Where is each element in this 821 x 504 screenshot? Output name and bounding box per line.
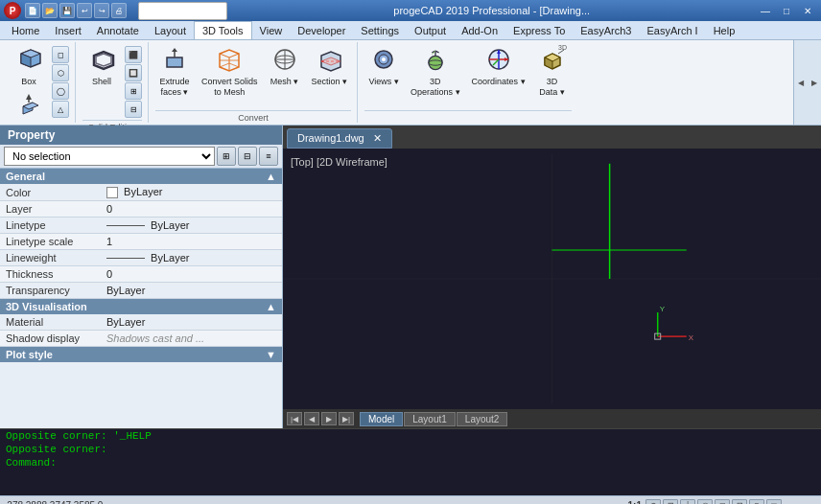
drawing-title-tab[interactable]: Drawing1.dwg ✕ — [287, 128, 392, 149]
menu-help[interactable]: Help — [706, 21, 743, 39]
close-button[interactable]: ✕ — [798, 3, 817, 18]
status-icons: ⊕ ⊞ ┼ ◎ ◻ ⊡ ≡ □ — [645, 499, 817, 505]
section-button[interactable]: Section ▾ — [308, 42, 352, 89]
mesh-button[interactable]: Mesh ▾ — [266, 42, 304, 89]
polar-icon[interactable]: ◎ — [697, 499, 713, 505]
menu-layout[interactable]: Layout — [147, 21, 194, 39]
grid-icon[interactable]: ⊞ — [663, 499, 678, 505]
osnap-icon[interactable]: ◻ — [715, 499, 730, 505]
solid-small-2[interactable]: 🔲 — [125, 64, 142, 81]
linetype-scale-value[interactable]: 1 — [101, 234, 282, 250]
small-icon-2[interactable]: ⬡ — [52, 64, 69, 81]
transparency-value[interactable]: ByLayer — [101, 283, 282, 299]
solid-side-icons: ⬛ 🔲 ⊞ ⊟ — [125, 46, 142, 118]
layer-value[interactable]: 0 — [101, 201, 282, 218]
menu-easyarch3[interactable]: EasyArch3 — [573, 21, 639, 39]
property-icon-btn-3[interactable]: ≡ — [259, 147, 278, 166]
menu-settings[interactable]: Settings — [353, 21, 407, 39]
open-icon[interactable]: 📂 — [42, 3, 58, 18]
linetype-value[interactable]: ByLayer — [101, 218, 282, 234]
property-icon-btn-1[interactable]: ⊞ — [217, 147, 236, 166]
small-icon-3[interactable]: ◯ — [52, 82, 69, 100]
new-icon[interactable]: 📄 — [25, 3, 40, 18]
small-icon-4[interactable]: △ — [52, 101, 69, 118]
nav-rewind-btn[interactable]: ◀ — [304, 412, 319, 425]
nav-end-btn[interactable]: ▶| — [339, 412, 354, 425]
print-icon[interactable]: 🖨 — [111, 3, 127, 18]
view-ops-label — [364, 110, 572, 123]
solid-small-4[interactable]: ⊟ — [125, 101, 142, 118]
material-value[interactable]: ByLayer — [101, 314, 282, 331]
ortho-icon[interactable]: ┼ — [680, 499, 695, 505]
layout1-tab[interactable]: Layout1 — [404, 412, 456, 426]
section-icon — [314, 44, 344, 75]
menu-output[interactable]: Output — [407, 21, 454, 39]
redo-icon[interactable]: ↪ — [94, 3, 109, 18]
thickness-value[interactable]: 0 — [101, 266, 282, 283]
svg-rect-8 — [167, 57, 182, 67]
minimize-button[interactable]: — — [756, 3, 775, 18]
3d-vis-properties: Material ByLayer Shadow display Shadows … — [0, 314, 282, 347]
small-icon-1[interactable]: ◻ — [52, 46, 69, 63]
status-coords: -278.2888,3747.3585,0 — [4, 500, 624, 504]
menu-developer[interactable]: Developer — [290, 21, 353, 39]
box-icon — [13, 44, 44, 75]
ribbon-group-modeling: Box — [4, 42, 76, 123]
command-prompt[interactable]: Command: — [0, 456, 821, 470]
lineweight-row: Lineweight ByLayer — [0, 250, 282, 266]
shell-button[interactable]: Shell — [82, 42, 121, 89]
plot-style-section-header[interactable]: Plot style ▼ — [0, 347, 282, 362]
drawing-canvas[interactable]: [Top] [2D Wireframe] X — [283, 149, 821, 409]
snap-icon[interactable]: ⊕ — [645, 499, 661, 505]
nav-prev-btn[interactable]: |◀ — [287, 412, 302, 425]
box-button[interactable]: Box — [10, 42, 48, 89]
convert-solids-button[interactable]: Convert Solidsto Mesh — [198, 42, 262, 100]
lineweight-label: Lineweight — [0, 250, 101, 266]
3d-data-button[interactable]: 3D 3DData ▾ — [533, 42, 572, 100]
model-tab[interactable]: Model — [360, 412, 403, 426]
transparency-label: Transparency — [0, 283, 101, 299]
coordinates-button[interactable]: Coordinates ▾ — [468, 42, 529, 89]
thickness-label: Thickness — [0, 266, 101, 283]
material-label: Material — [0, 314, 101, 331]
lwt-icon[interactable]: ≡ — [749, 499, 764, 505]
color-label: Color — [0, 184, 101, 201]
color-value[interactable]: ByLayer — [101, 184, 282, 201]
menu-insert[interactable]: Insert — [47, 21, 89, 39]
otrack-icon[interactable]: ⊡ — [732, 499, 747, 505]
menu-3d-tools[interactable]: 3D Tools — [194, 21, 252, 39]
views-icon — [368, 44, 399, 75]
shadow-value[interactable]: Shadows cast and ... — [101, 331, 282, 347]
menu-express-to[interactable]: Express To — [505, 21, 573, 39]
ribbon-next-button[interactable]: ▶ — [808, 40, 821, 125]
ribbon-prev-button[interactable]: ◀ — [794, 40, 808, 125]
lineweight-value[interactable]: ByLayer — [101, 250, 282, 266]
solid-small-3[interactable]: ⊞ — [125, 82, 142, 100]
save-icon[interactable]: 💾 — [59, 3, 75, 18]
3d-vis-section-header[interactable]: 3D Visualisation ▲ — [0, 299, 282, 314]
solid-small-1[interactable]: ⬛ — [125, 46, 142, 63]
ribbon-content: Box — [0, 40, 793, 125]
model-icon[interactable]: □ — [766, 499, 782, 505]
views-button[interactable]: Views ▾ — [364, 42, 403, 89]
menu-view[interactable]: View — [252, 21, 291, 39]
maximize-button[interactable]: □ — [777, 3, 796, 18]
general-section-header[interactable]: General ▲ — [0, 169, 282, 184]
property-icon-btn-2[interactable]: ⊟ — [238, 147, 257, 166]
command-input[interactable] — [57, 457, 815, 469]
drawing-close-icon[interactable]: ✕ — [373, 132, 382, 144]
ribbon-nav: ◀ ▶ — [793, 40, 821, 125]
menu-annotate[interactable]: Annotate — [89, 21, 147, 39]
ribbon-menu-dropdown[interactable]: Ribbon menu ▾ — [138, 2, 227, 20]
extrude-faces-button[interactable]: Extrudefaces ▾ — [155, 42, 194, 100]
menu-easyarch-i[interactable]: EasyArch I — [639, 21, 705, 39]
menu-bar: Home Insert Annotate Layout 3D Tools Vie… — [0, 21, 821, 40]
shell-icon — [86, 44, 117, 75]
nav-forward-btn[interactable]: ▶ — [321, 412, 337, 425]
undo-icon[interactable]: ↩ — [77, 3, 92, 18]
3d-operations-button[interactable]: 3DOperations ▾ — [407, 42, 464, 100]
menu-addon[interactable]: Add-On — [454, 21, 505, 39]
selection-dropdown[interactable]: No selection — [4, 147, 215, 166]
menu-home[interactable]: Home — [4, 21, 47, 39]
layout2-tab[interactable]: Layout2 — [457, 412, 508, 426]
